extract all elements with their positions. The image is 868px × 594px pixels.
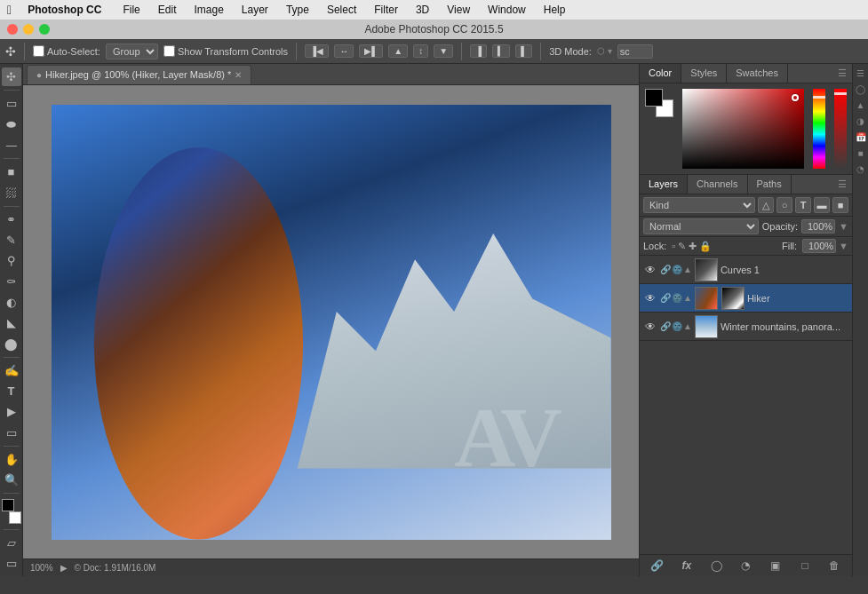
- shape-tool[interactable]: ▭: [2, 424, 21, 442]
- align-center-v-btn[interactable]: ↕: [413, 44, 428, 58]
- canvas-viewport[interactable]: AV: [23, 85, 639, 558]
- layer-mask-winter[interactable]: ▲: [683, 321, 692, 331]
- layer-fx-winter[interactable]: 🌚: [672, 321, 682, 331]
- pen-tool[interactable]: ✍: [2, 361, 21, 380]
- path-tool[interactable]: ▶: [2, 402, 21, 421]
- layer-visibility-curves[interactable]: 👁: [643, 263, 657, 277]
- crop-tool[interactable]: ■: [2, 162, 21, 181]
- layer-fx-curves[interactable]: 🌚: [672, 265, 682, 274]
- tab-close-button[interactable]: ✕: [235, 70, 242, 80]
- document-tab[interactable]: ● Hiker.jpeg @ 100% (Hiker, Layer Mask/8…: [27, 65, 251, 84]
- color-gradient[interactable]: [682, 89, 804, 169]
- kind-filter-shape-btn[interactable]: ▬: [814, 197, 830, 213]
- mini-icon-4[interactable]: ◑: [854, 114, 868, 128]
- blend-mode-select[interactable]: Normal: [643, 218, 759, 234]
- transform-controls-checkbox[interactable]: [163, 45, 175, 57]
- mini-icon-2[interactable]: ◯: [854, 82, 868, 96]
- menu-3d[interactable]: 3D: [412, 4, 433, 16]
- screen-mode-btn[interactable]: ▭: [2, 554, 21, 573]
- add-mask-btn[interactable]: ◯: [703, 558, 730, 574]
- eraser-tool[interactable]: ◐: [2, 293, 21, 312]
- zoom-tool[interactable]: 🔍: [2, 471, 21, 489]
- link-layers-btn[interactable]: 🔗: [643, 558, 671, 574]
- move-tool[interactable]: ✣: [2, 67, 21, 86]
- auto-select-type[interactable]: Group: [106, 44, 158, 59]
- menu-file[interactable]: File: [119, 4, 143, 16]
- blur-tool[interactable]: ⬤: [2, 334, 21, 352]
- eyedropper-tool[interactable]: ⛆: [2, 183, 21, 202]
- align-bottom-btn[interactable]: ▼: [434, 44, 453, 58]
- align-center-h-btn[interactable]: ↔: [334, 44, 354, 58]
- history-brush-tool[interactable]: ⚰: [2, 273, 21, 291]
- menu-help[interactable]: Help: [540, 4, 569, 16]
- clone-tool[interactable]: ⚲: [2, 251, 21, 270]
- menu-type[interactable]: Type: [283, 4, 313, 16]
- menu-view[interactable]: View: [443, 4, 474, 16]
- 3d-mode-input[interactable]: [617, 44, 653, 59]
- opacity-arrow[interactable]: ▼: [839, 221, 848, 232]
- distribute-btn-2[interactable]: ▍: [492, 44, 510, 58]
- layer-mask-curves[interactable]: ▲: [683, 265, 692, 274]
- menu-edit[interactable]: Edit: [155, 4, 180, 16]
- kind-filter-adjust-btn[interactable]: ○: [776, 197, 792, 213]
- align-right-btn[interactable]: ▶▌: [359, 44, 383, 58]
- fg-swatch[interactable]: [645, 89, 663, 107]
- mini-icon-5[interactable]: 📅: [854, 130, 868, 144]
- gradient-tool[interactable]: ◣: [2, 313, 21, 332]
- lock-position-btn[interactable]: ✚: [689, 241, 697, 252]
- fill-arrow[interactable]: ▼: [839, 241, 848, 251]
- menu-filter[interactable]: Filter: [370, 4, 402, 16]
- close-button[interactable]: [7, 24, 18, 35]
- kind-filter-select[interactable]: Kind: [643, 197, 755, 213]
- hue-bar[interactable]: [813, 89, 825, 169]
- heal-tool[interactable]: ⚭: [2, 210, 21, 229]
- layers-panel-menu-btn[interactable]: ☰: [832, 175, 852, 194]
- quick-mask-btn[interactable]: ▱: [2, 534, 21, 552]
- layer-mask-hiker[interactable]: ▲: [683, 293, 692, 303]
- layer-link-winter[interactable]: 🔗: [660, 321, 671, 331]
- marquee-tool[interactable]: ▭: [2, 94, 21, 113]
- lock-pixel-btn[interactable]: ▫: [672, 241, 675, 251]
- text-tool[interactable]: T: [2, 382, 21, 400]
- minimize-button[interactable]: [23, 24, 34, 35]
- tab-channels[interactable]: Channels: [688, 175, 747, 194]
- layer-mask-thumb-hiker[interactable]: [721, 287, 745, 310]
- auto-select-checkbox[interactable]: [33, 45, 44, 57]
- mini-icon-7[interactable]: ◔: [854, 162, 868, 176]
- lasso-tool[interactable]: ⬬: [2, 115, 21, 134]
- layer-fx-btn[interactable]: fx: [673, 558, 700, 574]
- tab-styles[interactable]: Styles: [681, 64, 727, 83]
- kind-filter-type-btn[interactable]: T: [795, 197, 811, 213]
- layer-row-curves[interactable]: 👁 🔗 🌚 ▲ Curves 1: [640, 256, 852, 284]
- tab-layers[interactable]: Layers: [640, 175, 688, 194]
- lock-all-btn[interactable]: 🔒: [699, 241, 712, 252]
- menu-select[interactable]: Select: [323, 4, 360, 16]
- layer-visibility-hiker[interactable]: 👁: [643, 291, 657, 305]
- kind-filter-pixel-btn[interactable]: △: [758, 197, 774, 213]
- layer-link-hiker[interactable]: 🔗: [660, 293, 671, 303]
- layer-row-winter[interactable]: 👁 🔗 🌚 ▲ Winter mountains, panora...: [640, 313, 852, 341]
- distribute-btn-3[interactable]: ▌: [515, 44, 532, 58]
- hand-tool[interactable]: ✋: [2, 450, 21, 469]
- tab-swatches[interactable]: Swatches: [727, 64, 788, 83]
- align-top-btn[interactable]: ▲: [388, 44, 408, 58]
- menu-layer[interactable]: Layer: [238, 4, 272, 16]
- alpha-bar[interactable]: [834, 89, 847, 169]
- align-left-btn[interactable]: ▐◀: [305, 44, 329, 58]
- new-layer-btn[interactable]: □: [791, 558, 818, 574]
- delete-layer-btn[interactable]: 🗑: [821, 558, 848, 574]
- layer-fx-hiker[interactable]: 🌚: [672, 293, 682, 303]
- color-swatches[interactable]: [2, 499, 21, 523]
- layer-visibility-winter[interactable]: 👁: [643, 320, 657, 334]
- tab-paths[interactable]: Paths: [748, 175, 792, 194]
- new-group-btn[interactable]: ▣: [761, 558, 789, 574]
- distribute-btn-1[interactable]: ▐: [470, 44, 487, 58]
- fill-input[interactable]: [802, 239, 836, 253]
- menu-window[interactable]: Window: [484, 4, 530, 16]
- color-panel-menu-btn[interactable]: ☰: [832, 64, 852, 83]
- layer-row-hiker[interactable]: 👁 🔗 🌚 ▲ Hiker: [640, 284, 852, 313]
- mini-icon-3[interactable]: ▲: [854, 98, 868, 112]
- quick-select-tool[interactable]: ⸻: [2, 136, 21, 154]
- menu-image[interactable]: Image: [190, 4, 227, 16]
- mini-icon-6[interactable]: ■: [854, 146, 868, 160]
